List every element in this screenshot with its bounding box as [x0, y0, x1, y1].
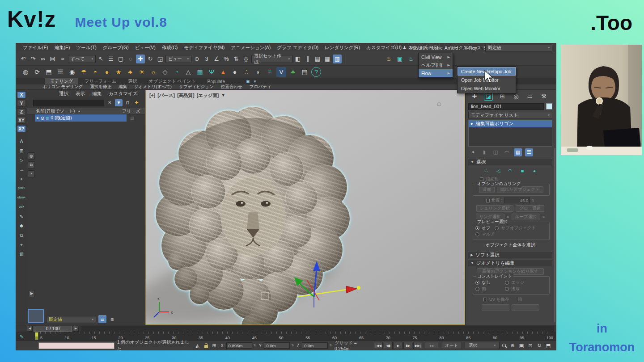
redo-icon[interactable]: ↷	[29, 55, 38, 63]
time-slider-track[interactable]	[80, 326, 554, 332]
ribbon-tab-1[interactable]: フリーフォーム	[79, 78, 122, 84]
playback-button-3[interactable]: ▮▶	[403, 342, 412, 349]
crossing-selection-icon[interactable]: ◌	[126, 55, 135, 63]
by-vertex-checkbox[interactable]	[480, 177, 483, 181]
menu-item-6[interactable]: モディファイヤ(M)	[181, 45, 228, 51]
pan-view-icon[interactable]: ⊕	[508, 341, 517, 349]
shrink-selection-button[interactable]: シュリンク選択	[476, 205, 514, 212]
playback-button-4[interactable]: ▶▶|	[413, 342, 422, 349]
object-color-swatch[interactable]	[546, 103, 552, 109]
active-layer-button[interactable]	[28, 309, 44, 323]
fire-effect-icon[interactable]: ▲	[218, 67, 228, 77]
sunburst-light-icon[interactable]: ☼	[148, 67, 158, 77]
schematic-view-icon[interactable]: ⧈	[108, 315, 116, 323]
time-slider-handle[interactable]: 0 / 100	[34, 326, 72, 332]
viewport-menu-shading[interactable]: [エッジ面]	[197, 93, 219, 99]
add-filter-icon[interactable]: ✚	[133, 99, 140, 106]
y-value-field[interactable]: 0.0m	[264, 342, 290, 349]
edit-named-selection-icon[interactable]: {}	[242, 55, 250, 63]
loop-spinner-icon[interactable]: ⇅	[542, 215, 545, 219]
mirror-icon[interactable]: ◧	[293, 55, 302, 63]
show-end-result-icon[interactable]: ▮	[480, 148, 488, 156]
axis-z-button[interactable]: Z	[17, 108, 26, 115]
lion-head-model[interactable]	[146, 96, 369, 324]
expand-row-icon[interactable]: ▶	[37, 116, 39, 120]
camera-tool-icon[interactable]: ◉	[67, 67, 77, 77]
isolate-selection-icon[interactable]: ◭	[194, 341, 202, 349]
layer-dropdown[interactable]: 既定値▾	[46, 316, 96, 323]
tree-object-icon[interactable]: ♣	[288, 67, 298, 77]
axis-x-button[interactable]: X	[17, 91, 26, 98]
uv-channel-button[interactable]	[518, 298, 521, 301]
object-filter-icon[interactable]: ◔	[28, 170, 35, 177]
y-spinner-icon[interactable]: ⇅	[291, 344, 294, 347]
soft-selection-rollout-header[interactable]: ▶ ソフト選択	[468, 252, 552, 258]
stack-expand-icon[interactable]: ▶	[471, 122, 473, 126]
align-icon[interactable]: ∥	[303, 55, 312, 63]
column-name-header[interactable]: 名前(昇順でソート)	[36, 108, 75, 114]
constraint-none-radio[interactable]	[475, 281, 479, 285]
angle-spinner[interactable]: 45.0	[504, 198, 530, 203]
freeze-cell-icon[interactable]: ▨	[130, 116, 134, 120]
ribbon-tab-3[interactable]: オブジェクト ペイント	[143, 78, 201, 84]
ribbon-tab-4[interactable]: Populate	[202, 78, 230, 84]
playback-button-1[interactable]: ◀▮	[384, 342, 393, 349]
orbit-view-icon[interactable]: ↻	[535, 341, 543, 349]
sphere-light-icon[interactable]: ●	[102, 67, 112, 77]
axis-custom-button[interactable]: X?	[17, 125, 26, 132]
edge-subobject-icon[interactable]: ◁	[494, 167, 502, 175]
dome-light-icon[interactable]: ◓	[90, 67, 100, 77]
viewport-menu-general[interactable]: [+]	[149, 93, 155, 99]
render-production-icon[interactable]: ♨	[407, 55, 415, 63]
proc-add-icon[interactable]: proc+	[17, 185, 25, 192]
polygon-subobject-icon[interactable]: ■	[518, 167, 526, 175]
sort-ascending-icon[interactable]: ▲	[77, 109, 80, 113]
selection-rollout-header[interactable]: ▼ 選択	[468, 159, 552, 165]
umbrella-light-icon[interactable]: ☂	[79, 67, 89, 77]
playback-button-0[interactable]: |◀◀	[374, 342, 383, 349]
ribbon-subtab-3[interactable]: ジオメトリ(すべて)	[131, 84, 175, 90]
named-selection-set-dropdown[interactable]: 選択セット作成▾	[251, 55, 292, 63]
clear-search-icon[interactable]: ✕	[106, 99, 114, 106]
zoom-tool-icon[interactable]	[502, 344, 506, 347]
menu-item-10[interactable]: カスタマイズ(U)	[363, 45, 405, 51]
ribbon-subtab-0[interactable]: ポリゴン モデリング	[39, 84, 86, 90]
hierarchy-filter-icon[interactable]: ⧉	[28, 161, 35, 168]
maximize-viewport-icon[interactable]: ⬒	[544, 341, 552, 349]
play-window-icon[interactable]: ▷	[17, 156, 25, 164]
select-by-name-icon[interactable]: ☰	[106, 55, 115, 63]
ribbon-subtab-6[interactable]: プロパティ	[246, 84, 275, 90]
selection-filter-dropdown[interactable]: すべて▾	[68, 55, 96, 63]
perspective-viewport[interactable]: [+] [パース] [高品質] [エッジ面] ▼ ⌂	[145, 90, 465, 325]
select-object-icon[interactable]: ↖	[97, 55, 106, 63]
menu-item-flow[interactable]: Flow ▶	[419, 69, 453, 77]
select-and-scale-icon[interactable]: ◲	[156, 55, 165, 63]
scene-explorer-toggle-icon[interactable]: ▦	[323, 55, 332, 63]
select-and-link-icon[interactable]: ∞	[38, 55, 47, 63]
command-panel-scrollbar[interactable]	[554, 148, 555, 322]
save-uv-checkbox[interactable]	[483, 298, 487, 301]
preview-off-radio[interactable]	[475, 226, 479, 230]
pin-a-icon[interactable]: ⌖	[17, 175, 25, 183]
ribbon-tab-0[interactable]: モデリング	[45, 78, 78, 84]
plant-object-icon[interactable]: Ψ	[207, 67, 216, 77]
angle-checkbox[interactable]	[486, 199, 490, 202]
select-and-rotate-icon[interactable]: ↻	[146, 55, 155, 63]
workspace-selector[interactable]: 既定値 ▾	[485, 45, 552, 51]
display-tab-icon[interactable]: ▭	[525, 92, 534, 101]
pin-stack-icon[interactable]: ⌖	[469, 148, 477, 156]
auto-window-icon[interactable]: A	[17, 138, 25, 145]
use-pivot-center-icon[interactable]: ⊙	[192, 55, 201, 63]
border-subobject-icon[interactable]: ◠	[506, 167, 514, 175]
cube-primitive-icon[interactable]: ◇	[160, 67, 170, 77]
viewcube-home-icon[interactable]: ⌂	[437, 99, 441, 108]
explorer-menu-2[interactable]: 編集	[89, 91, 104, 97]
pins-icon[interactable]: ⌖	[17, 241, 25, 248]
delete-button-stub[interactable]	[512, 304, 539, 311]
submenu-item-2[interactable]: Open Web Monitor	[458, 84, 516, 93]
selected-key-filter-dropdown[interactable]: 選択 ▾	[465, 342, 500, 349]
z-spinner-icon[interactable]: ⇅	[329, 344, 332, 347]
sphere-pie-icon[interactable]: ◔	[172, 67, 182, 77]
scene-converter-icon[interactable]: ◍	[21, 67, 30, 77]
current-frame-marker[interactable]	[35, 332, 38, 340]
